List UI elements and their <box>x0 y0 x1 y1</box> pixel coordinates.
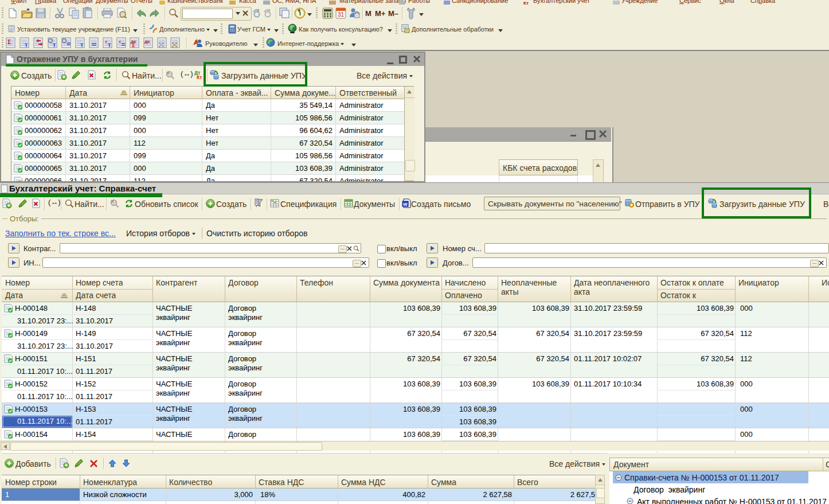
svg-text:Σ: Σ <box>7 39 11 45</box>
svg-text:дк: дк <box>144 39 150 44</box>
svg-text:T: T <box>53 42 56 48</box>
svg-text:31: 31 <box>338 11 345 18</box>
svg-text:T: T <box>108 42 111 48</box>
svg-text:Σ: Σ <box>132 42 135 48</box>
svg-text:T: T <box>25 42 28 48</box>
svg-text:T: T <box>80 42 84 48</box>
